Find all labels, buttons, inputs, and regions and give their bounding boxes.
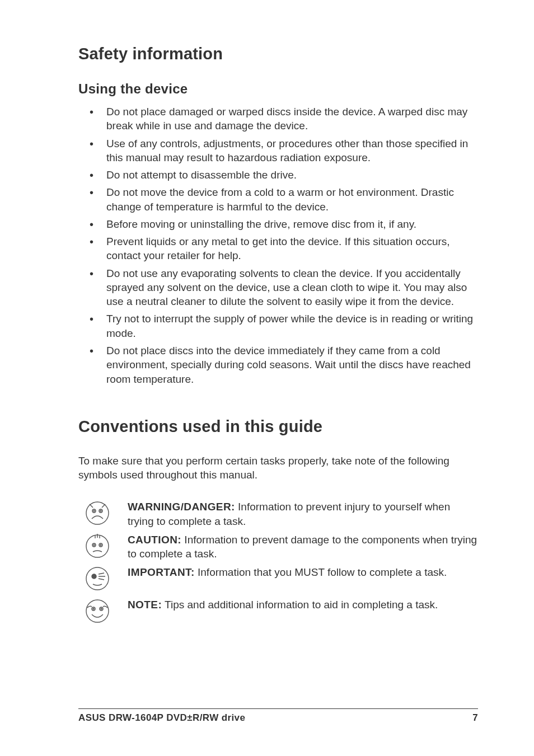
caution-icon — [83, 532, 112, 561]
svg-line-4 — [102, 504, 105, 508]
list-item: Before moving or uninstalling the drive,… — [90, 217, 478, 231]
svg-point-7 — [86, 535, 109, 557]
convention-text: NOTE: Tips and additional information to… — [128, 597, 478, 612]
page-footer: ASUS DRW-1604P DVD±R/RW drive 7 — [78, 708, 478, 724]
convention-text: IMPORTANT: Information that you MUST fol… — [128, 564, 478, 579]
list-item: Do not attempt to disassemble the drive. — [90, 168, 478, 182]
convention-label: IMPORTANT: — [128, 566, 195, 578]
convention-label: WARNING/DANGER: — [128, 501, 235, 513]
footer-divider — [78, 708, 478, 709]
convention-label: CAUTION: — [128, 534, 181, 546]
safety-bullet-list: Do not place damaged or warped discs ins… — [78, 105, 478, 386]
list-item: Prevent liquids or any metal to get into… — [90, 234, 478, 263]
convention-row-caution: CAUTION: Information to prevent damage t… — [83, 532, 478, 561]
list-item: Use of any controls, adjustments, or pro… — [90, 137, 478, 165]
section-title-safety: Safety information — [78, 45, 478, 63]
convention-desc: Information that you MUST follow to comp… — [195, 566, 447, 578]
svg-point-17 — [86, 600, 109, 622]
warning-icon — [83, 499, 112, 528]
convention-row-note: NOTE: Tips and additional information to… — [83, 597, 478, 626]
list-item: Do not place damaged or warped discs ins… — [90, 105, 478, 133]
important-icon — [83, 564, 112, 593]
svg-point-13 — [93, 544, 95, 546]
list-item: Do not use any evaporating solvents to c… — [90, 266, 478, 309]
subhead-using-device: Using the device — [78, 81, 478, 97]
svg-point-0 — [86, 502, 109, 524]
footer-product-name: ASUS DRW-1604P DVD±R/RW drive — [78, 712, 245, 724]
convention-desc: Tips and additional information to aid i… — [162, 599, 438, 611]
svg-point-14 — [100, 544, 101, 546]
svg-point-15 — [86, 567, 109, 590]
convention-text: CAUTION: Information to prevent damage t… — [128, 532, 478, 561]
svg-line-3 — [90, 504, 93, 508]
convention-row-warning: WARNING/DANGER: Information to prevent i… — [83, 499, 478, 528]
svg-point-20 — [93, 608, 94, 609]
convention-row-important: IMPORTANT: Information that you MUST fol… — [83, 564, 478, 593]
list-item: Do not move the device from a cold to a … — [90, 185, 478, 214]
section-title-conventions: Conventions used in this guide — [78, 417, 478, 436]
list-item: Do not place discs into the device immed… — [90, 344, 478, 386]
svg-point-21 — [101, 608, 102, 609]
convention-text: WARNING/DANGER: Information to prevent i… — [128, 499, 478, 528]
list-item: Try not to interrupt the supply of power… — [90, 312, 478, 340]
conventions-list: WARNING/DANGER: Information to prevent i… — [78, 499, 478, 626]
footer-page-number: 7 — [472, 712, 478, 724]
svg-point-6 — [100, 510, 101, 511]
svg-point-16 — [92, 574, 96, 579]
note-icon — [83, 597, 112, 626]
conventions-intro: To make sure that you perform certain ta… — [78, 454, 478, 482]
convention-label: NOTE: — [128, 599, 162, 611]
svg-point-5 — [93, 510, 95, 511]
